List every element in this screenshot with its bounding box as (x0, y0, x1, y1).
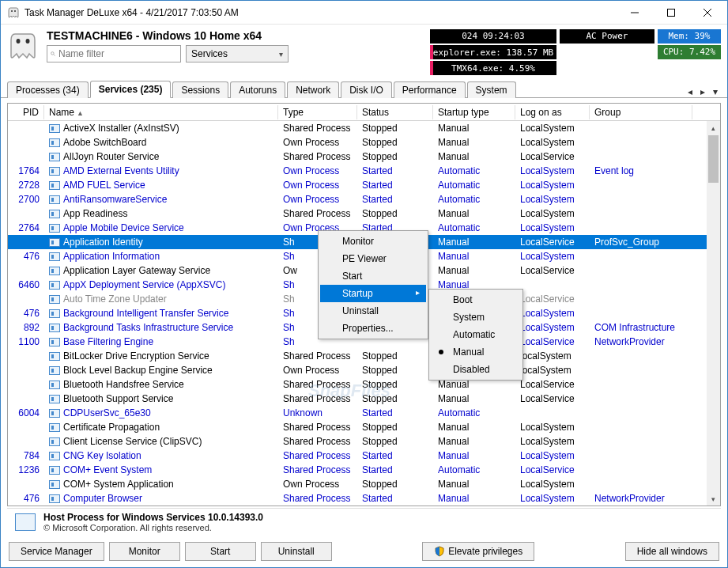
service-icon (49, 366, 60, 375)
service-icon (49, 338, 60, 346)
startup-boot[interactable]: Boot (431, 291, 521, 309)
tab-dropdown[interactable]: ▾ (710, 86, 721, 97)
start-button[interactable]: Start (185, 542, 256, 561)
startup-manual[interactable]: Manual (431, 343, 521, 361)
svg-point-1 (14, 10, 16, 12)
top-process-cpu: TMX64.exe: 4.59% (430, 61, 556, 75)
startup-system[interactable]: System (431, 309, 521, 326)
scroll-thumb[interactable] (708, 135, 719, 183)
close-button[interactable] (689, 1, 726, 25)
table-row[interactable]: App ReadinessShared ProcessStoppedManual… (8, 206, 720, 221)
table-row[interactable]: COM+ System ApplicationOwn ProcessStoppe… (8, 477, 720, 491)
tab-processes-[interactable]: Processes (34) (7, 81, 89, 98)
table-row[interactable]: Bluetooth Support ServiceShared ProcessS… (8, 392, 720, 406)
column-type[interactable]: Type (278, 105, 357, 119)
context-menu[interactable]: MonitorPE ViewerStartStartupUninstallPro… (318, 230, 428, 339)
scrollbar[interactable]: ▴ ▾ (707, 121, 720, 506)
scroll-down[interactable]: ▾ (707, 492, 720, 506)
ctx-uninstall[interactable]: Uninstall (320, 302, 426, 320)
service-icon (49, 252, 60, 261)
monitor-button[interactable]: Monitor (109, 542, 180, 561)
service-icon (15, 513, 36, 531)
table-row[interactable]: Client License Service (ClipSVC)Shared P… (8, 434, 720, 449)
tab-next[interactable]: ▸ (697, 86, 708, 97)
startup-submenu[interactable]: BootSystemAutomaticManualDisabled (428, 289, 523, 381)
tab-system[interactable]: System (467, 81, 516, 98)
table-row[interactable]: Adobe SwitchBoardOwn ProcessStoppedManua… (8, 135, 720, 150)
status-title: Host Process for Windows Services 10.0.1… (43, 512, 263, 523)
tab-performance[interactable]: Performance (394, 81, 466, 98)
service-icon (49, 466, 60, 475)
table-row[interactable]: Bluetooth Handsfree ServiceShared Proces… (8, 377, 720, 392)
mem-box: Mem: 39% (658, 29, 721, 44)
service-icon (49, 153, 60, 161)
table-row[interactable]: 2700AntiRansomwareServiceOwn ProcessStar… (8, 192, 720, 206)
machine-title: TESTMACHINE6 - Windows 10 Home x64 (47, 29, 430, 42)
status-bar: Host Process for Windows Services 10.0.1… (7, 508, 721, 536)
service-icon (49, 409, 60, 418)
svg-line-9 (54, 55, 55, 56)
svg-point-6 (17, 39, 21, 44)
table-row[interactable]: Certificate PropagationShared ProcessSto… (8, 420, 720, 434)
tab-prev[interactable]: ◂ (685, 86, 696, 97)
tab-disk-i-o[interactable]: Disk I/O (341, 81, 392, 98)
table-row[interactable]: 784CNG Key IsolationShared ProcessStarte… (8, 449, 720, 463)
svg-point-8 (51, 52, 54, 55)
table-row[interactable]: 1236COM+ Event SystemShared ProcessStart… (8, 463, 720, 477)
table-row[interactable]: AllJoyn Router ServiceShared ProcessStop… (8, 150, 720, 164)
startup-disabled[interactable]: Disabled (431, 361, 521, 378)
shield-icon (434, 546, 445, 557)
service-manager-button[interactable]: Service Manager (9, 542, 104, 561)
table-row[interactable]: 476Computer BrowserShared ProcessStarted… (8, 491, 720, 506)
svg-rect-3 (668, 9, 675, 16)
column-status[interactable]: Status (357, 105, 433, 119)
service-icon (49, 224, 60, 233)
column-pid[interactable]: PID (8, 105, 44, 119)
ghost-icon (7, 29, 39, 61)
filter-combo[interactable]: Services (186, 45, 289, 62)
ctx-startup[interactable]: Startup (320, 285, 426, 302)
elevate-button[interactable]: Elevate privileges (422, 542, 534, 561)
maximize-button[interactable] (653, 1, 689, 25)
table-row[interactable]: 1764AMD External Events UtilityOwn Proce… (8, 164, 720, 178)
ctx-pe-viewer[interactable]: PE Viewer (320, 250, 426, 267)
table-row[interactable]: 2728AMD FUEL ServiceOwn ProcessStartedAu… (8, 178, 720, 192)
table-row[interactable]: BitLocker Drive Encryption ServiceShared… (8, 349, 720, 363)
tab-autoruns[interactable]: Autoruns (230, 81, 285, 98)
service-icon (49, 238, 60, 247)
ctx-monitor[interactable]: Monitor (320, 233, 426, 250)
table-row[interactable]: Block Level Backup Engine ServiceOwn Pro… (8, 363, 720, 377)
column-name[interactable]: Name▲ (44, 105, 278, 119)
table-row[interactable]: 6004CDPUserSvc_65e30UnknownStartedAutoma… (8, 406, 720, 420)
hide-all-button[interactable]: Hide all windows (625, 542, 719, 561)
column-startup-type[interactable]: Startup type (433, 105, 515, 119)
app-icon (7, 6, 20, 19)
service-icon (49, 352, 60, 361)
service-icon (49, 494, 60, 503)
tab-nav: ◂ ▸ ▾ (685, 86, 721, 97)
service-icon (49, 423, 60, 432)
service-icon (49, 210, 60, 218)
ctx-start[interactable]: Start (320, 267, 426, 285)
column-log-on-as[interactable]: Log on as (515, 105, 590, 119)
scroll-up[interactable]: ▴ (707, 121, 720, 134)
service-icon (49, 437, 60, 446)
column-group[interactable]: Group (590, 105, 692, 119)
startup-automatic[interactable]: Automatic (431, 326, 521, 343)
tab-services-[interactable]: Services (235) (90, 81, 172, 98)
uninstall-button[interactable]: Uninstall (261, 542, 332, 561)
uptime-box: 024 09:24:03 (430, 29, 556, 44)
service-icon (49, 395, 60, 403)
service-icon (49, 124, 60, 133)
service-icon (49, 480, 60, 489)
service-icon (49, 181, 60, 190)
tab-sessions[interactable]: Sessions (172, 81, 228, 98)
svg-point-0 (11, 10, 13, 12)
tab-network[interactable]: Network (287, 81, 339, 98)
power-box: AC Power (560, 29, 654, 44)
ctx-properties-[interactable]: Properties... (320, 320, 426, 337)
svg-point-7 (26, 39, 30, 44)
name-filter-input[interactable] (47, 45, 181, 62)
minimize-button[interactable] (617, 1, 653, 25)
table-row[interactable]: ActiveX Installer (AxInstSV)Shared Proce… (8, 121, 720, 135)
